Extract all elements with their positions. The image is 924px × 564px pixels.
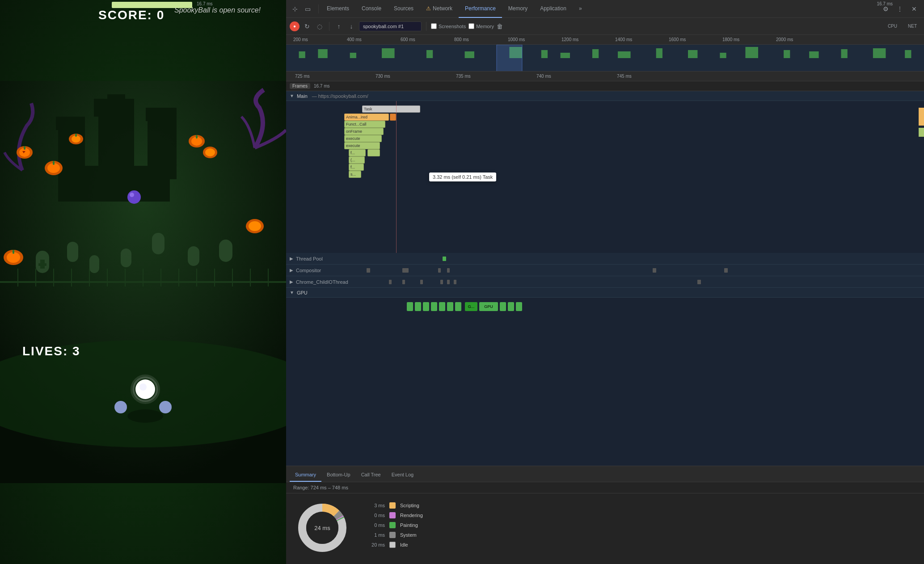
tab-event-log[interactable]: Event Log — [386, 468, 419, 482]
thread-pool-label: Thread Pool — [296, 256, 323, 261]
flame-bar-onframe[interactable]: onFrame — [344, 128, 384, 135]
stat-rendering: 0 ms Rendering — [369, 512, 423, 518]
flame-bar-f2[interactable] — [367, 149, 380, 156]
reload-record-button[interactable]: ↻ — [302, 21, 312, 31]
tab-call-tree[interactable]: Call Tree — [356, 468, 386, 482]
flame-bar-f1[interactable]: f... — [349, 149, 366, 156]
main-section-label: Main — [297, 93, 308, 99]
flame-bar-execute-2[interactable]: execute — [344, 142, 380, 149]
gpu-bar-9[interactable] — [508, 302, 514, 311]
stat-system: 1 ms System — [369, 532, 423, 538]
net-label: NET — [908, 24, 917, 29]
compositor-bar-1 — [367, 268, 370, 273]
svg-rect-67 — [286, 47, 924, 60]
screenshots-checkbox[interactable] — [431, 23, 437, 29]
range-label: Range: 724 ms – 748 ms — [286, 482, 924, 493]
gpu-bar-5[interactable] — [439, 302, 445, 311]
task-tooltip: 3.32 ms (self 0.21 ms) Task — [429, 173, 496, 181]
svg-rect-82 — [745, 47, 758, 58]
memory-checkbox-label[interactable]: Memory — [468, 23, 494, 29]
time-745: 745 ms — [617, 74, 632, 79]
memory-checkbox[interactable] — [468, 23, 474, 29]
tab-more[interactable]: » — [573, 0, 588, 18]
tab-sources[interactable]: Sources — [388, 0, 420, 18]
svg-rect-72 — [426, 50, 433, 58]
gpu-bar-3[interactable] — [423, 302, 429, 311]
close-devtools-icon[interactable]: ✕ — [908, 3, 920, 15]
summary-content: 24 ms 3 ms Scripting 0 ms Rendering — [286, 493, 924, 564]
chrome-child-label: Chrome_ChildIOThread — [296, 279, 348, 285]
painting-label: Painting — [400, 522, 418, 528]
flame-chart-canvas[interactable]: 3.32 ms (self 0.21 ms) Task Task Anima..… — [286, 101, 924, 253]
timeline-overview[interactable] — [286, 45, 924, 72]
flame-bar-f3[interactable]: f... — [349, 164, 364, 171]
child-io-bar-7 — [454, 280, 456, 284]
tab-memory[interactable]: Memory — [502, 0, 534, 18]
main-section-url: — https://spookyball.com/ — [312, 93, 368, 99]
delete-recording-button[interactable]: 🗑 — [497, 23, 503, 30]
compositor-bar-5 — [653, 268, 656, 273]
compositor-row[interactable]: ▶ Compositor — [286, 265, 924, 276]
svg-rect-76 — [561, 53, 570, 58]
flame-chart[interactable]: ▼ Main — https://spookyball.com/ 3.32 ms… — [286, 91, 924, 466]
game-background — [0, 0, 286, 564]
gpu-bar-8[interactable] — [500, 302, 506, 311]
flame-bar-paren[interactable]: (... — [349, 156, 365, 164]
flame-bar-execute-1[interactable]: execute — [344, 135, 382, 142]
chrome-child-io-row[interactable]: ▶ Chrome_ChildIOThread — [286, 276, 924, 288]
thread-pool-bar — [443, 257, 446, 261]
ruler-tick-600: 600 ms — [401, 37, 415, 42]
time-735: 735 ms — [456, 74, 471, 79]
gpu-section-header[interactable]: ▼ GPU — [286, 288, 924, 298]
flame-bar-anima2[interactable] — [390, 114, 396, 121]
screenshots-checkbox-label[interactable]: Screenshots — [431, 23, 466, 29]
gpu-bar-1[interactable] — [407, 302, 413, 311]
child-io-bar-5 — [440, 280, 443, 284]
tab-console[interactable]: Console — [355, 0, 388, 18]
frame-time-3: 16.7 ms — [877, 1, 893, 6]
url-display: spookyball.com #1 — [359, 21, 422, 31]
tab-bottom-up[interactable]: Bottom-Up — [321, 468, 356, 482]
record-button[interactable]: ● — [290, 21, 300, 31]
gpu-label: GPU — [297, 290, 308, 295]
device-toolbar-icon[interactable]: ▭ — [301, 3, 314, 15]
download-button[interactable]: ↓ — [346, 21, 356, 31]
warning-icon: ⚠ — [426, 5, 431, 12]
inspect-element-icon[interactable]: ⊹ — [289, 3, 301, 15]
main-section-header[interactable]: ▼ Main — https://spookyball.com/ — [286, 91, 924, 101]
flame-bar-task[interactable]: Task — [362, 105, 420, 113]
tab-network[interactable]: ⚠ Network — [420, 0, 459, 18]
more-options-icon[interactable]: ⋮ — [894, 3, 906, 15]
svg-rect-86 — [873, 48, 886, 58]
gpu-bar-4[interactable] — [431, 302, 437, 311]
idle-label: Idle — [400, 542, 408, 547]
flame-bar-anima[interactable]: Anima...ired — [344, 114, 389, 121]
time-725: 725 ms — [295, 74, 310, 79]
stat-painting: 0 ms Painting — [369, 522, 423, 528]
tab-summary[interactable]: Summary — [290, 468, 321, 482]
flame-bar-funct-call[interactable]: Funct...Call — [344, 121, 385, 128]
gpu-canvas[interactable]: G... GPU — [286, 298, 924, 316]
ruler-tick-400: 400 ms — [347, 37, 362, 42]
svg-rect-87 — [905, 50, 911, 58]
flame-bar-s[interactable]: s... — [349, 171, 361, 178]
upload-button[interactable]: ↑ — [334, 21, 344, 31]
tab-elements[interactable]: Elements — [321, 0, 355, 18]
svg-rect-83 — [784, 50, 790, 58]
svg-rect-73 — [465, 51, 474, 58]
tab-application[interactable]: Application — [534, 0, 573, 18]
game-panel: SCORE: 0 SpookyBall is open source! LIVE… — [0, 0, 286, 564]
frames-label: Frames — [290, 83, 310, 89]
gpu-bar-main[interactable]: GPU — [479, 302, 498, 311]
gpu-bar-10[interactable] — [516, 302, 522, 311]
scripting-label: Scripting — [400, 503, 419, 508]
gpu-bar-2[interactable] — [415, 302, 421, 311]
gpu-bar-g[interactable]: G... — [465, 302, 477, 311]
thread-pool-row[interactable]: ▶ Thread Pool — [286, 253, 924, 265]
tab-performance[interactable]: Performance — [459, 0, 502, 18]
ruler-tick-2000: 2000 ms — [776, 37, 793, 42]
clear-button[interactable]: ◌ — [315, 21, 325, 31]
ruler-tick-1400: 1400 ms — [615, 37, 632, 42]
gpu-bar-7[interactable] — [455, 302, 461, 311]
gpu-bar-6[interactable] — [447, 302, 453, 311]
